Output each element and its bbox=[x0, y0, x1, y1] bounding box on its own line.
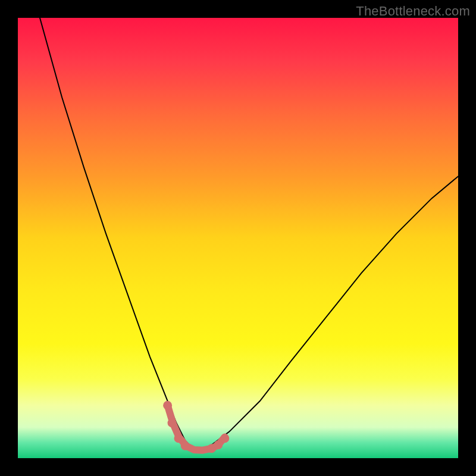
marker-dot bbox=[214, 440, 223, 449]
marker-dot bbox=[181, 441, 190, 450]
curve-marker-dots bbox=[163, 401, 229, 453]
curve-overlay bbox=[18, 18, 458, 458]
marker-dot bbox=[220, 434, 229, 443]
marker-dot bbox=[163, 401, 172, 410]
marker-dot bbox=[174, 434, 183, 443]
plot-area bbox=[18, 18, 458, 458]
bottleneck-curve bbox=[40, 18, 458, 449]
watermark-text: TheBottleneck.com bbox=[356, 4, 470, 19]
chart-frame: TheBottleneck.com bbox=[0, 0, 476, 476]
marker-dot bbox=[168, 418, 177, 427]
